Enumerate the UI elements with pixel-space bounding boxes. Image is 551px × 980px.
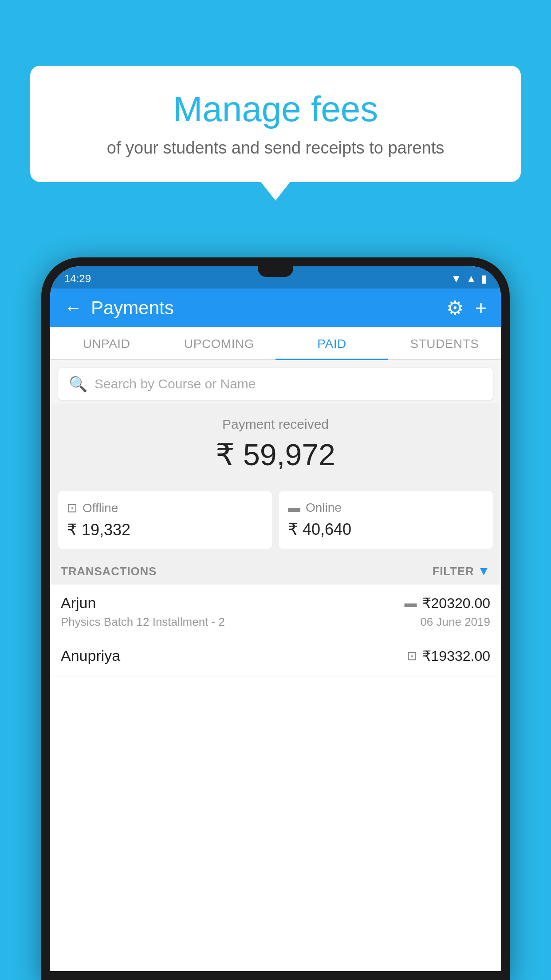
speech-bubble-subtitle: of your students and send receipts to pa… (57, 138, 494, 158)
phone-notch (258, 266, 293, 277)
filter-icon: ▼ (477, 564, 490, 578)
transaction-row-top: Anupriya ⊡ ₹19332.00 (61, 647, 490, 664)
transaction-name: Anupriya (61, 647, 120, 664)
transaction-amount-wrap: ▬ ₹20320.00 (405, 595, 490, 612)
transaction-row-top: Arjun ▬ ₹20320.00 (61, 594, 490, 612)
online-amount: ₹ 40,640 (288, 520, 484, 539)
transactions-header: TRANSACTIONS FILTER ▼ (50, 555, 501, 585)
settings-icon[interactable]: ⚙ (446, 296, 464, 319)
online-card-header: ▬ Online (288, 501, 484, 515)
search-icon: 🔍 (69, 375, 87, 393)
offline-icon: ⊡ (67, 501, 77, 515)
table-row[interactable]: Arjun ▬ ₹20320.00 Physics Batch 12 Insta… (50, 585, 501, 637)
app-header: ← Payments ⚙ + (50, 288, 501, 327)
payment-type-icon: ▬ (405, 596, 417, 610)
wifi-icon: ▼ (451, 273, 461, 285)
speech-bubble-title: Manage fees (57, 88, 494, 130)
transaction-name: Arjun (61, 594, 96, 612)
offline-amount: ₹ 19,332 (67, 521, 263, 539)
table-row[interactable]: Anupriya ⊡ ₹19332.00 (50, 637, 501, 676)
status-time: 14:29 (64, 273, 91, 285)
transaction-amount: ₹20320.00 (422, 595, 490, 612)
online-payment-card: ▬ Online ₹ 40,640 (279, 491, 493, 549)
phone-screen: 14:29 ▼ ▲ ▮ ← Payments ⚙ + UNPAID (50, 266, 501, 971)
transaction-amount: ₹19332.00 (422, 648, 490, 664)
tab-unpaid[interactable]: UNPAID (50, 327, 163, 359)
tab-upcoming[interactable]: UPCOMING (163, 327, 276, 359)
offline-card-header: ⊡ Offline (67, 501, 263, 515)
payment-cards: ⊡ Offline ₹ 19,332 ▬ Online ₹ 40,640 (50, 483, 501, 555)
filter-label: FILTER (433, 565, 474, 578)
battery-icon: ▮ (481, 273, 487, 285)
payment-received-amount: ₹ 59,972 (59, 437, 492, 472)
transaction-amount-wrap: ⊡ ₹19332.00 (407, 648, 490, 664)
offline-label: Offline (83, 501, 118, 515)
speech-bubble: Manage fees of your students and send re… (30, 66, 521, 182)
tab-bar: UNPAID UPCOMING PAID STUDENTS (50, 327, 501, 360)
tab-students[interactable]: STUDENTS (388, 327, 501, 359)
header-left: ← Payments (64, 297, 174, 319)
status-icons: ▼ ▲ ▮ (451, 273, 487, 285)
add-icon[interactable]: + (475, 297, 487, 319)
payment-type-icon: ⊡ (407, 648, 417, 663)
transaction-row-bottom: Physics Batch 12 Installment - 2 06 June… (61, 615, 490, 629)
search-bar[interactable]: 🔍 Search by Course or Name (58, 368, 493, 400)
signal-icon: ▲ (466, 273, 476, 285)
header-title: Payments (91, 297, 174, 319)
transaction-course: Physics Batch 12 Installment - 2 (61, 615, 225, 629)
payment-received-label: Payment received (59, 417, 492, 432)
header-right: ⚙ + (446, 296, 487, 319)
search-placeholder: Search by Course or Name (94, 376, 256, 391)
back-button[interactable]: ← (64, 298, 82, 318)
tab-paid[interactable]: PAID (276, 327, 388, 359)
transaction-list: Arjun ▬ ₹20320.00 Physics Batch 12 Insta… (50, 585, 501, 971)
online-icon: ▬ (288, 501, 300, 515)
offline-payment-card: ⊡ Offline ₹ 19,332 (58, 491, 272, 549)
filter-button[interactable]: FILTER ▼ (433, 564, 490, 578)
online-label: Online (306, 501, 342, 515)
payment-received-section: Payment received ₹ 59,972 (50, 403, 501, 483)
transactions-label: TRANSACTIONS (61, 565, 157, 578)
phone-frame: 14:29 ▼ ▲ ▮ ← Payments ⚙ + UNPAID (41, 257, 510, 980)
transaction-date: 06 June 2019 (420, 615, 490, 629)
